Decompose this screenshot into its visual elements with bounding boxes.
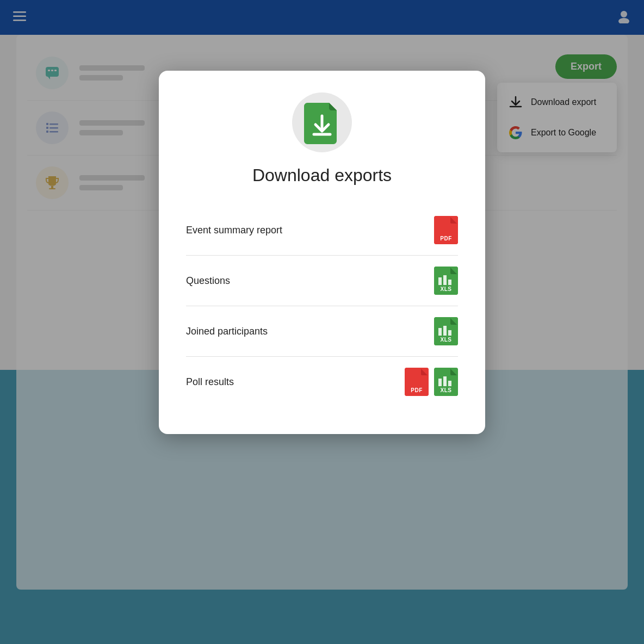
export-icons-event-summary: PDF — [434, 216, 458, 244]
svg-rect-28 — [438, 379, 442, 386]
export-row-joined-participants: Joined participants XLS — [186, 306, 458, 357]
export-row-questions: Questions XLS — [186, 256, 458, 306]
xls-icon-joined-participants[interactable]: XLS — [434, 317, 458, 345]
export-icons-poll-results: PDF XLS — [405, 368, 458, 396]
svg-rect-25 — [448, 330, 451, 336]
svg-rect-20 — [443, 275, 447, 285]
xls-label: XLS — [441, 286, 452, 292]
modal-title: Download exports — [186, 165, 458, 185]
export-label-poll-results: Poll results — [186, 376, 234, 388]
modal-icon-area — [186, 92, 458, 152]
download-file-icon — [303, 101, 341, 144]
xls-icon-questions[interactable]: XLS — [434, 267, 458, 295]
pdf-label: PDF — [440, 236, 452, 242]
svg-rect-24 — [443, 326, 447, 336]
export-row-poll-results: Poll results PDF XLS — [186, 357, 458, 407]
svg-rect-23 — [438, 328, 442, 336]
modal-icon-circle — [292, 92, 352, 152]
export-row-event-summary: Event summary report PDF — [186, 205, 458, 256]
pdf-icon-event-summary[interactable]: PDF — [434, 216, 458, 244]
pdf-icon-poll-results[interactable]: PDF — [405, 368, 429, 396]
pdf-label: PDF — [411, 387, 423, 393]
svg-rect-19 — [438, 277, 442, 285]
svg-rect-21 — [448, 280, 451, 285]
xls-label: XLS — [441, 337, 452, 343]
download-exports-modal: Download exports Event summary report PD… — [159, 71, 485, 434]
export-icons-joined-participants: XLS — [434, 317, 458, 345]
export-icons-questions: XLS — [434, 267, 458, 295]
export-label-event-summary: Event summary report — [186, 225, 282, 236]
export-label-joined-participants: Joined participants — [186, 326, 268, 337]
xls-icon-poll-results[interactable]: XLS — [434, 368, 458, 396]
export-label-questions: Questions — [186, 275, 230, 287]
svg-rect-30 — [448, 381, 451, 386]
xls-label: XLS — [441, 387, 452, 393]
svg-rect-29 — [443, 376, 447, 386]
